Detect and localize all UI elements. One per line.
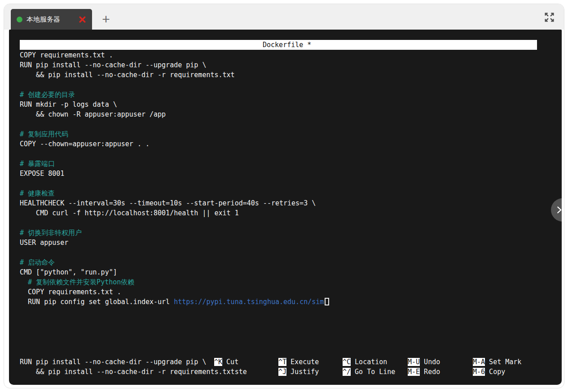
buffer-line [20,149,329,159]
buffer-line [20,179,329,188]
buffer-line: && pip install --no-cache-dir -r require… [20,70,329,80]
line-segment: HEALTHCHECK --interval=30s --timeout=10s… [20,199,316,207]
text-cursor [325,298,329,305]
line-segment: COPY requirements.txt . [20,51,113,59]
line-segment: # 复制依赖文件并安装Python依赖 [20,278,134,286]
editor-buffer[interactable]: COPY requirements.txt .RUN pip install -… [20,50,329,307]
drawer-toggle-button[interactable] [551,198,562,222]
buffer-line: USER appuser [20,238,329,248]
fullscreen-icon[interactable] [544,12,555,23]
tab-bar: 本地服务器 + [4,4,564,30]
overflow-text-line: && pip install --no-cache-dir -r require… [20,367,247,377]
buffer-line: COPY --chown=appuser:appuser . . [20,139,329,149]
line-segment: CMD curl -f http://localhost:8001/health… [20,209,239,217]
new-tab-button[interactable]: + [96,9,116,30]
line-segment: COPY requirements.txt . [20,288,121,296]
line-segment: USER appuser [20,239,68,247]
buffer-line [20,218,329,228]
line-segment: # 暴露端口 [20,160,55,168]
buffer-line: RUN pip config set global.index-url http… [20,297,329,307]
line-segment: EXPOSE 8001 [20,170,64,178]
line-segment: # 复制应用代码 [20,130,68,138]
line-segment: RUN mkdir -p logs data \ [20,100,117,109]
terminal-window: 本地服务器 + GNU nano 6.2 Dockerfile * COPY r… [4,4,564,388]
buffer-line [20,119,329,129]
line-segment: # 健康检查 [20,189,55,197]
buffer-line: CMD ["python", "run.py"] [20,267,329,277]
buffer-line [20,248,329,257]
buffer-line: COPY requirements.txt . [20,287,329,297]
shortcut-undo: M-U Undo [408,357,440,367]
line-segment: && chown -R appuser:appuser /app [20,110,166,118]
shortcut-set-mark: M-A Set Mark [473,357,521,367]
buffer-line: RUN mkdir -p logs data \ [20,100,329,109]
buffer-line: # 复制依赖文件并安装Python依赖 [20,277,329,287]
shortcut-copy: M-6 Copy [473,367,505,377]
buffer-line: EXPOSE 8001 [20,169,329,179]
buffer-line: # 启动命令 [20,257,329,267]
buffer-line: && chown -R appuser:appuser /app [20,109,329,119]
line-segment: RUN pip config set global.index-url [20,298,174,306]
connection-status-dot [17,17,22,22]
buffer-line: CMD curl -f http://localhost:8001/health… [20,208,329,218]
buffer-line: # 健康检查 [20,188,329,198]
plus-icon: + [102,12,110,27]
line-segment: CMD ["python", "run.py"] [20,268,117,276]
line-segment: && pip install --no-cache-dir -r require… [20,71,235,79]
buffer-line [20,80,329,90]
shortcut-execute: ^T Execute [278,357,319,367]
terminal-screen[interactable]: GNU nano 6.2 Dockerfile * COPY requireme… [9,30,562,385]
buffer-line: HEALTHCHECK --interval=30s --timeout=10s… [20,198,329,208]
line-segment: COPY --chown=appuser:appuser . . [20,140,150,148]
close-tab-icon[interactable] [79,16,86,23]
shortcut-go-to-line: ^/ Go To Line [343,367,395,377]
url-text: https://pypi.tuna.tsinghua.edu.cn/sim [174,298,324,306]
shortcut-location: ^C Location [343,357,387,367]
chevron-right-icon [554,205,562,215]
buffer-line: # 复制应用代码 [20,129,329,139]
buffer-line: # 创建必要的目录 [20,90,329,100]
file-name-label: Dockerfile * [263,40,311,50]
tab-label: 本地服务器 [26,15,60,24]
buffer-line: # 暴露端口 [20,159,329,169]
tab-local-server[interactable]: 本地服务器 [11,9,92,30]
shortcut-redo: M-E Redo [408,367,440,377]
buffer-line: COPY requirements.txt . [20,50,329,60]
buffer-line: # 切换到非特权用户 [20,228,329,238]
shortcut-cut: ^K Cut [214,357,238,367]
line-segment: RUN pip install --no-cache-dir --upgrade… [20,61,206,69]
line-segment: # 启动命令 [20,258,55,266]
overflow-text-line: RUN pip install --no-cache-dir --upgrade… [20,357,206,367]
shortcut-justify: ^J Justify [278,367,319,377]
line-segment: # 创建必要的目录 [20,91,75,99]
line-segment: # 切换到非特权用户 [20,229,82,237]
buffer-line: RUN pip install --no-cache-dir --upgrade… [20,60,329,70]
nano-title-bar: GNU nano 6.2 Dockerfile * [20,40,537,50]
